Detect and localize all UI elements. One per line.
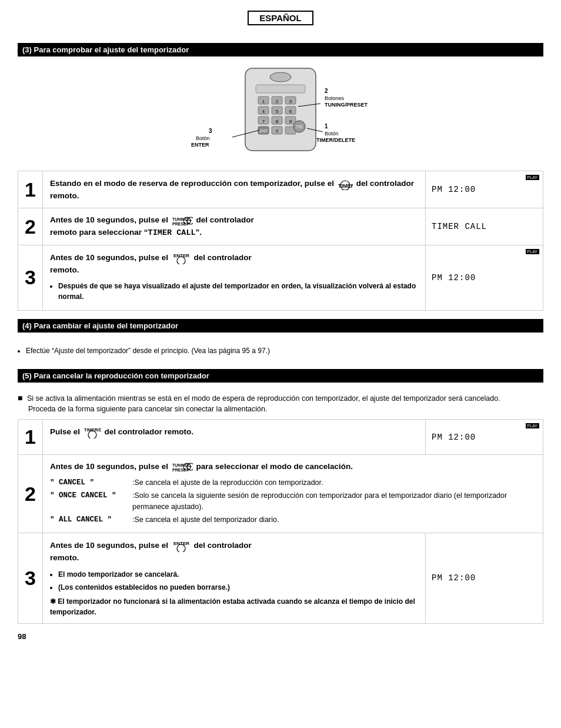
step3-3-display-text: PM 12:00 <box>432 273 537 282</box>
step3-1-display-badge: PLAY <box>526 175 539 180</box>
page-number: 98 <box>18 632 543 641</box>
section5-intro2: Proceda de la forma siguiente para cance… <box>28 405 543 413</box>
step5-2-number: 2 <box>18 455 43 533</box>
step3-1-display: PM 12:00 PLAY <box>425 171 543 208</box>
step5-1-display: PM 12:00 PLAY <box>425 420 543 454</box>
diagram-area: 1 2 3 4 5 6 7 8 9 ENT 0 T/D 2 <box>18 62 543 162</box>
step5-1-row: 1 Pulse el TIMER/DELETE del controlador … <box>18 420 543 455</box>
svg-text:+: + <box>189 218 192 224</box>
svg-text:ENTER: ENTER <box>191 142 209 148</box>
step3-1-text-main: Estando en el modo de reserva de reprodu… <box>50 179 414 200</box>
step5-3-row: 3 Antes de 10 segundos, pulse el ENTER d… <box>18 533 543 623</box>
cancel-opt-2: " ONCE CANCEL " :Solo se cancela la sigu… <box>50 490 536 513</box>
cancel-options: " CANCEL " :Se cancela el ajuste de la r… <box>50 477 536 525</box>
svg-text:9: 9 <box>289 119 292 124</box>
timer-delete-icon-s3s1: TIMER/DELETE <box>338 177 353 190</box>
cancel-opt-3: " ALL CANCEL " :Se cancela el ajuste del… <box>50 514 536 526</box>
svg-text:ENTER: ENTER <box>173 541 189 546</box>
section4-content: Efectúe “Ajuste del temporizador” desde … <box>18 338 543 363</box>
step5-3-text: Antes de 10 segundos, pulse el ENTER del… <box>43 533 425 623</box>
enter-icon-s3s3: ENTER <box>172 251 190 264</box>
step3-3-note: Después de que se haya visualizado el aj… <box>58 281 418 302</box>
svg-text:+: + <box>189 464 192 470</box>
svg-rect-2 <box>256 85 305 93</box>
step3-2-row: 2 Antes de 10 segundos, pulse el TUNING/… <box>18 208 543 245</box>
svg-point-1 <box>270 72 291 82</box>
step3-1-display-text: PM 12:00 <box>432 185 537 194</box>
step3-3-number: 3 <box>18 245 43 310</box>
step5-3-note-2: (Los contenidos establecidos no pueden b… <box>58 582 418 593</box>
step3-2-text: Antes de 10 segundos, pulse el TUNING/ P… <box>43 208 425 245</box>
step5-2-row: 2 Antes de 10 segundos, pulse el TUNING/… <box>18 455 543 533</box>
svg-text:T/D: T/D <box>296 125 302 129</box>
step3-1-row: 1 Estando en el modo de reserva de repro… <box>18 171 543 208</box>
step5-2-text: Antes de 10 segundos, pulse el TUNING/ P… <box>43 455 543 533</box>
step5-3-note-3: ✱ El temporizador no funcionará si la al… <box>50 596 418 617</box>
step5-1-display-badge: PLAY <box>526 423 539 428</box>
section5-header: (5) Para cancelar la reproducción con te… <box>18 369 543 383</box>
step3-3-display-badge: PLAY <box>526 249 539 254</box>
section3-steps: 1 Estando en el modo de reserva de repro… <box>18 171 543 311</box>
svg-text:TUNING/PRESET: TUNING/PRESET <box>325 102 368 108</box>
svg-text:1: 1 <box>325 123 328 129</box>
section4-header: (4) Para cambiar el ajuste del temporiza… <box>18 319 543 333</box>
section4-text: Efectúe “Ajuste del temporizador” desde … <box>26 347 543 355</box>
svg-text:7: 7 <box>262 119 265 124</box>
section5-steps: 1 Pulse el TIMER/DELETE del controlador … <box>18 419 543 624</box>
svg-text:0: 0 <box>276 129 278 133</box>
svg-text:Botones: Botones <box>325 95 345 101</box>
step5-3-display-text: PM 12:00 <box>432 573 537 583</box>
svg-text:5: 5 <box>276 109 279 114</box>
enter-icon-s5s3: ENTER <box>172 539 190 552</box>
svg-text:3: 3 <box>289 99 292 104</box>
svg-text:3: 3 <box>209 128 212 134</box>
step5-3-note-1: El modo temporizador se cancelará. <box>58 569 418 580</box>
svg-text:8: 8 <box>276 119 279 124</box>
svg-text:TIMER/DELETE: TIMER/DELETE <box>316 137 355 143</box>
step3-2-number: 2 <box>18 208 43 245</box>
svg-text:ENT: ENT <box>259 129 268 133</box>
step3-2-display: TIMER CALL <box>425 208 543 245</box>
step5-1-number: 1 <box>18 420 43 454</box>
svg-text:4: 4 <box>262 109 265 114</box>
tuning-preset-icon-s3s2: TUNING/ PRESET − + <box>172 215 193 226</box>
step3-1-text: Estando en el modo de reserva de reprodu… <box>43 171 425 208</box>
page-title: ESPAÑOL <box>248 11 313 25</box>
timer-delete-icon-s5s1: TIMER/DELETE <box>84 426 101 438</box>
section3-header: (3) Para comprobar el ajuste del tempori… <box>18 43 543 56</box>
step5-3-notes: El modo temporizador se cancelará. (Los … <box>50 569 418 593</box>
step3-3-text: Antes de 10 segundos, pulse el ENTER del… <box>43 245 425 310</box>
step3-1-number: 1 <box>18 171 43 208</box>
step3-2-display-text: TIMER CALL <box>432 222 537 231</box>
cancel-opt-1: " CANCEL " :Se cancela el ajuste de la r… <box>50 477 536 488</box>
svg-text:1: 1 <box>262 99 265 104</box>
svg-text:2: 2 <box>276 99 279 104</box>
step3-3-row: 3 Antes de 10 segundos, pulse el ENTER d… <box>18 245 543 310</box>
device-diagram: 1 2 3 4 5 6 7 8 9 ENT 0 T/D 2 <box>169 62 392 162</box>
svg-text:6: 6 <box>289 109 292 114</box>
step5-1-display-text: PM 12:00 <box>432 433 537 442</box>
svg-text:2: 2 <box>325 88 328 94</box>
section5-intro: ■ Si se activa la alimentación mientras … <box>18 388 543 419</box>
step5-3-number: 3 <box>18 533 43 623</box>
step3-3-notes: Después de que se haya visualizado el aj… <box>50 281 418 302</box>
svg-text:Botón: Botón <box>196 135 210 141</box>
step5-3-display: PM 12:00 <box>425 533 543 623</box>
step3-3-display: PM 12:00 PLAY <box>425 245 543 310</box>
tuning-preset-icon-s5s2: TUNING/ PRESET − + <box>172 461 193 472</box>
section5-intro1: Si se activa la alimentación mientras se… <box>27 394 500 403</box>
svg-text:Botón: Botón <box>325 131 339 137</box>
svg-text:TIMER/DELETE: TIMER/DELETE <box>84 427 101 433</box>
step5-1-text: Pulse el TIMER/DELETE del controlador re… <box>43 420 425 454</box>
svg-text:ENTER: ENTER <box>173 253 189 258</box>
